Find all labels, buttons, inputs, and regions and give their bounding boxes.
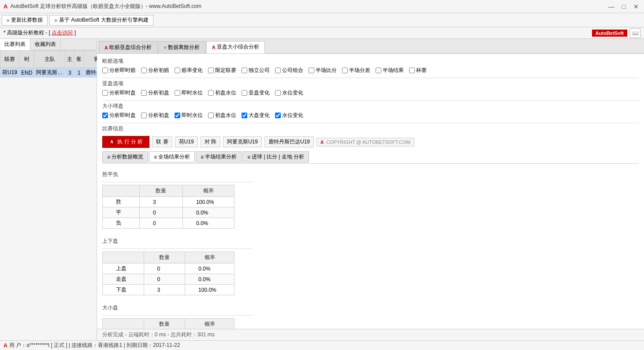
toolbar: ≡ 更新比赛数据 ≡ 基于 AutoBetSoft 大数据分析引擎构建: [0, 13, 644, 27]
ud-label: 上盘: [103, 263, 144, 274]
table-row: 平 0 0.0%: [103, 207, 235, 218]
app-icon: A: [4, 3, 7, 10]
table-row: 下盘 3 100.0%: [103, 285, 235, 295]
wdl-prob: 0.0%: [182, 207, 234, 218]
ud-col-label: [103, 252, 144, 263]
tab-ou-analysis[interactable]: A 欧赔亚盘综合分析: [99, 41, 157, 53]
cb-asian-change[interactable]: 亚盘变化: [242, 89, 270, 97]
up-down-table: 数量 概率 上盘 0 0.0% 走盘 0 0.0% 下盘 3 100.0%: [102, 252, 235, 295]
wdl-label: 负: [103, 218, 140, 229]
cb-ball-big-change[interactable]: 大盘变化: [242, 112, 270, 119]
close-button[interactable]: ✕: [632, 2, 640, 11]
cb-odds-change[interactable]: 赔率变化: [175, 67, 203, 74]
tab-asian-big-small[interactable]: A 亚盘大小综合分析: [206, 41, 265, 53]
win-draw-loss-title: 胜平负: [102, 171, 639, 178]
cb-ball-water-change[interactable]: 水位变化: [275, 112, 303, 119]
sub-tab-list-icon-4: ≡: [247, 154, 250, 160]
cb-asian-water-change[interactable]: 水位变化: [275, 89, 303, 97]
bs-col-label: [103, 319, 144, 329]
cb-cup[interactable]: 杯赛: [409, 67, 427, 74]
ou-options-section: 欧赔选项 分析即时赔 分析初赔 赔率变化 限定联赛 独立公司 公司组合 半场比分…: [102, 57, 639, 74]
info-bar: * 高级版分析教程 - [ 点击访问 ] AutoBetSoft 📖: [0, 27, 644, 39]
left-tabs: 比赛列表 收藏列表: [0, 39, 97, 50]
sub-tab-overview[interactable]: ≡ 分析数据概览: [102, 151, 148, 162]
cb-company-combo[interactable]: 公司组合: [275, 67, 303, 74]
cb-instant-odds[interactable]: 分析即时赔: [102, 67, 136, 74]
section-line-2: [102, 248, 252, 249]
main-tabs: A 欧赔亚盘综合分析 ≡ 数据离散分析 A 亚盘大小综合分析: [97, 39, 644, 54]
section-line-3: [102, 315, 252, 316]
cb-half-diff[interactable]: 半场分差: [342, 67, 370, 74]
divider-1: [102, 78, 639, 78]
up-down-title: 上下盘: [102, 237, 639, 245]
cb-half-score[interactable]: 半场比分: [309, 67, 337, 74]
cb-ball-instant-water[interactable]: 即时水位: [175, 112, 203, 119]
big-small-title: 大小盘: [102, 304, 639, 312]
maximize-button[interactable]: □: [619, 2, 628, 11]
cb-ball-initial[interactable]: 分析初盘: [141, 112, 169, 119]
status-user-info: 用 户：a*********t [ 正式 ] | 连接线路：香港线路1 | 到期…: [9, 342, 180, 349]
cb-asian-instant-water[interactable]: 即时水位: [175, 89, 203, 97]
tab-a-icon-1: A: [104, 45, 108, 50]
ud-col-prob: 概率: [185, 252, 235, 263]
tab-favorites[interactable]: 收藏列表: [30, 39, 61, 50]
ud-col-count: 数量: [144, 252, 185, 263]
analysis-status: 分析完成 - 云端耗时：0 ms - 总共耗时：301 ms: [97, 329, 644, 340]
col-home-score: 主: [65, 51, 74, 68]
wdl-col-prob: 概率: [182, 185, 234, 197]
autobetsoft-logo[interactable]: AutoBetSoft: [592, 30, 627, 37]
analyze-button[interactable]: A 执 行 分 析: [102, 136, 149, 148]
left-panel: 比赛列表 收藏列表 联赛 时 主队 主 客 客队 亚盘 半场 荷U19 END: [0, 39, 97, 340]
list-icon: ≡: [7, 18, 9, 23]
tab-match-list[interactable]: 比赛列表: [0, 39, 30, 50]
home-team-value: 阿要克斯U19: [223, 136, 262, 147]
divider-3: [102, 123, 639, 123]
sub-tabs: ≡ 分析数据概览 ≡ 全场结果分析 ≡ 半场结果分析 ≡ 进球 | 比分 | 走…: [102, 151, 639, 164]
book-button[interactable]: 📖: [630, 28, 640, 38]
cb-half-result[interactable]: 半场结果: [376, 67, 404, 74]
cb-ball-initial-water[interactable]: 初盘水位: [208, 112, 236, 119]
cell-league: 荷U19: [0, 68, 19, 78]
analyze-a-icon: A: [109, 139, 115, 144]
away-team-value: 鹿特丹斯巴达U19: [264, 136, 314, 147]
right-panel: A 欧赔亚盘综合分析 ≡ 数据离散分析 A 亚盘大小综合分析 欧赔选项 分析即时…: [97, 39, 644, 340]
col-league: 联赛: [0, 51, 19, 68]
up-down-section: 上下盘 数量 概率 上盘 0 0.0%: [102, 237, 639, 295]
match-info-section: 比赛信息 A 执 行 分 析 联 赛 荷U19 对 阵 阿要克斯U19 鹿特丹斯…: [102, 125, 639, 148]
tab-data-analysis[interactable]: ≡ 数据离散分析: [158, 41, 205, 53]
ud-prob: 0.0%: [185, 263, 235, 274]
vs-label: 对 阵: [201, 136, 220, 147]
ud-label: 下盘: [103, 285, 144, 295]
title-bar: A AutoBetSoft 足球分析软件高级版（欧赔亚盘大小全能版）- www.…: [0, 0, 644, 13]
table-row: 上盘 0 0.0%: [103, 263, 235, 274]
cb-ball-instant[interactable]: 分析即时盘: [102, 112, 136, 119]
list-icon2: ≡: [54, 18, 57, 23]
sub-tab-list-icon-3: ≡: [201, 154, 204, 160]
tab-list-icon-1: ≡: [164, 45, 167, 50]
asian-options-row: 分析即时盘 分析初盘 即时水位 初盘水位 亚盘变化 水位变化: [102, 89, 639, 97]
wdl-prob: 100.0%: [182, 197, 234, 207]
sub-tab-goal-analysis[interactable]: ≡ 进球 | 比分 | 走地 分析: [242, 151, 309, 162]
ud-count: 3: [144, 285, 185, 295]
cb-asian-initial[interactable]: 分析初盘: [141, 89, 169, 97]
visit-link[interactable]: 点击访问: [52, 30, 73, 36]
status-icon: A: [4, 342, 7, 349]
sub-tab-half-result[interactable]: ≡ 半场结果分析: [196, 151, 242, 162]
cb-asian-instant[interactable]: 分析即时盘: [102, 89, 136, 97]
cb-limit-league[interactable]: 限定联赛: [208, 67, 236, 74]
asian-options-section: 亚盘选项 分析即时盘 分析初盘 即时水位 初盘水位 亚盘变化 水位变化: [102, 80, 639, 97]
cb-initial-odds[interactable]: 分析初赔: [141, 67, 169, 74]
ud-prob: 0.0%: [185, 274, 235, 285]
ou-options-row: 分析即时赔 分析初赔 赔率变化 限定联赛 独立公司 公司组合 半场比分 半场分差…: [102, 67, 639, 74]
ball-options-row: 分析即时盘 分析初盘 即时水位 初盘水位 大盘变化 水位变化: [102, 112, 639, 119]
cell-home: 阿要克斯U1...: [34, 68, 65, 78]
cb-independent[interactable]: 独立公司: [242, 67, 270, 74]
build-engine-button[interactable]: ≡ 基于 AutoBetSoft 大数据分析引擎构建: [49, 15, 153, 26]
league-label: 联 赛: [152, 136, 172, 147]
minimize-button[interactable]: —: [607, 2, 616, 11]
info-text: * 高级版分析教程 - [ 点击访问 ]: [4, 29, 76, 37]
update-data-button[interactable]: ≡ 更新比赛数据: [2, 15, 48, 26]
sub-tab-full-result[interactable]: ≡ 全场结果分析: [149, 151, 195, 162]
copyright-a-icon: A: [320, 140, 324, 145]
cb-asian-initial-water[interactable]: 初盘水位: [208, 89, 236, 97]
